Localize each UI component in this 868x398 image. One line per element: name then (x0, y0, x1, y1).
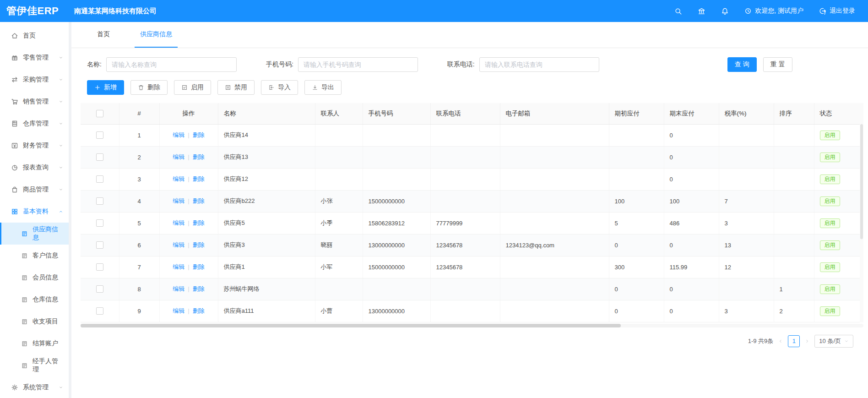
sidebar-item-report[interactable]: 报表查询 (0, 157, 69, 179)
page-size-select[interactable]: 10 条/页 (814, 335, 853, 348)
sidebar-item-purchase[interactable]: 采购管理 (0, 69, 69, 91)
search-icon[interactable] (674, 7, 682, 15)
status-badge[interactable]: 启用 (820, 174, 840, 184)
select-all-checkbox[interactable] (96, 110, 103, 117)
sidebar-subitem-customer[interactable]: 客户信息 (0, 245, 69, 267)
edit-link[interactable]: 编辑 (173, 153, 184, 160)
row-checkbox[interactable] (96, 197, 103, 205)
edit-link[interactable]: 编辑 (173, 175, 184, 182)
system-icon (11, 384, 18, 391)
table-row: 9编辑|删除供应商a111小曹130000000000032启用 (81, 300, 863, 322)
delete-link[interactable]: 删除 (193, 131, 205, 138)
vertical-scrollbar[interactable] (860, 124, 863, 322)
enable-button[interactable]: 启用 (174, 80, 211, 95)
welcome-user[interactable]: 欢迎您, 测试用户 (744, 7, 803, 15)
status-badge[interactable]: 启用 (820, 218, 840, 228)
sidebar-item-home[interactable]: 首页 (0, 25, 69, 47)
bell-icon[interactable] (721, 7, 729, 15)
logout-button[interactable]: 退出登录 (819, 7, 855, 15)
sales-icon (11, 98, 18, 105)
action-divider: | (188, 197, 189, 204)
col-contact: 联系人 (315, 103, 363, 124)
delete-link[interactable]: 删除 (193, 285, 205, 292)
query-button[interactable]: 查询 (727, 57, 757, 72)
sidebar-item-finance[interactable]: 财务管理 (0, 135, 69, 157)
row-checkbox[interactable] (96, 241, 103, 249)
edit-link[interactable]: 编辑 (173, 285, 184, 292)
delete-link[interactable]: 删除 (193, 307, 205, 314)
tel-search-input[interactable] (479, 57, 599, 72)
edit-link[interactable]: 编辑 (173, 131, 184, 138)
status-badge[interactable]: 启用 (820, 262, 840, 272)
action-divider: | (188, 307, 189, 314)
sidebar-item-sales[interactable]: 销售管理 (0, 91, 69, 113)
sidebar-item-basic[interactable]: 基本资料 (0, 201, 69, 223)
page-number-1[interactable]: 1 (788, 335, 800, 347)
status-badge[interactable]: 启用 (820, 284, 840, 294)
sidebar-subitem-settlement-account[interactable]: 结算账户 (0, 333, 69, 354)
next-page-button[interactable] (804, 338, 810, 344)
horizontal-scrollbar[interactable] (81, 324, 863, 327)
tab-supplier-info[interactable]: 供应商信息 (135, 22, 178, 48)
action-divider: | (188, 153, 189, 160)
sidebar-subitem-member[interactable]: 会员信息 (0, 267, 69, 289)
home-icon (11, 32, 18, 39)
search-form: 名称: 手机号码: 联系电话: 查询 重置 (87, 57, 863, 72)
sidebar-subitem-label: 经手人管理 (33, 357, 63, 374)
sidebar-subitem-income-expense[interactable]: 收支项目 (0, 311, 69, 333)
disable-button[interactable]: 禁用 (217, 80, 255, 95)
row-checkbox[interactable] (96, 175, 103, 183)
cell-contact-person (315, 278, 363, 300)
phone-search-input[interactable] (298, 57, 418, 72)
prev-page-button[interactable] (778, 338, 783, 344)
cell-contact-tel: 12345678 (430, 256, 500, 278)
add-button[interactable]: 新增 (87, 80, 124, 95)
tab-home[interactable]: 首页 (92, 22, 115, 48)
col-opening-payable: 期初应付 (609, 103, 664, 124)
edit-link[interactable]: 编辑 (173, 241, 184, 248)
import-button[interactable]: 导入 (261, 80, 298, 95)
delete-button[interactable]: 删除 (130, 80, 168, 95)
delete-link[interactable]: 删除 (193, 153, 205, 160)
edit-link[interactable]: 编辑 (173, 307, 184, 314)
status-badge[interactable]: 启用 (820, 306, 840, 316)
delete-link[interactable]: 删除 (193, 241, 205, 248)
status-badge[interactable]: 启用 (820, 196, 840, 206)
sidebar-item-goods[interactable]: 商品管理 (0, 179, 69, 201)
status-badge[interactable]: 启用 (820, 240, 840, 250)
export-button[interactable]: 导出 (304, 80, 342, 95)
sidebar-subitem-label: 客户信息 (33, 251, 58, 260)
status-badge[interactable]: 启用 (820, 131, 840, 140)
edit-link[interactable]: 编辑 (173, 263, 184, 270)
delete-link[interactable]: 删除 (193, 219, 205, 226)
row-checkbox[interactable] (96, 263, 103, 271)
sidebar-subitem-handler[interactable]: 经手人管理 (0, 354, 69, 376)
reset-button[interactable]: 重置 (763, 57, 792, 72)
cell-email (500, 300, 609, 322)
sidebar-item-retail[interactable]: 零售管理 (0, 47, 69, 69)
cell-contact-person (315, 146, 363, 168)
sidebar-item-system[interactable]: 系统管理 (0, 376, 69, 398)
bank-icon[interactable] (698, 7, 705, 15)
row-checkbox[interactable] (96, 285, 103, 293)
name-search-input[interactable] (106, 57, 237, 72)
row-checkbox[interactable] (96, 219, 103, 227)
sidebar-subitem-supplier[interactable]: 供应商信息 (0, 223, 69, 245)
sidebar-subitem-label: 结算账户 (33, 339, 58, 348)
finance-icon (11, 142, 18, 149)
cell-closing-payable: 0 (664, 278, 719, 300)
row-checkbox[interactable] (96, 131, 103, 139)
delete-link[interactable]: 删除 (193, 197, 205, 204)
sidebar-item-warehouse[interactable]: 仓库管理 (0, 113, 69, 135)
edit-link[interactable]: 编辑 (173, 197, 184, 204)
cell-opening-payable (609, 168, 664, 190)
row-checkbox[interactable] (96, 153, 103, 161)
delete-link[interactable]: 删除 (193, 175, 205, 182)
delete-link[interactable]: 删除 (193, 263, 205, 270)
cell-opening-payable: 100 (609, 190, 664, 212)
sidebar-subitem-warehouse-info[interactable]: 仓库信息 (0, 289, 69, 311)
row-checkbox[interactable] (96, 307, 103, 315)
app-logo[interactable]: 管伊佳ERP (0, 4, 69, 18)
status-badge[interactable]: 启用 (820, 153, 840, 162)
edit-link[interactable]: 编辑 (173, 219, 184, 226)
